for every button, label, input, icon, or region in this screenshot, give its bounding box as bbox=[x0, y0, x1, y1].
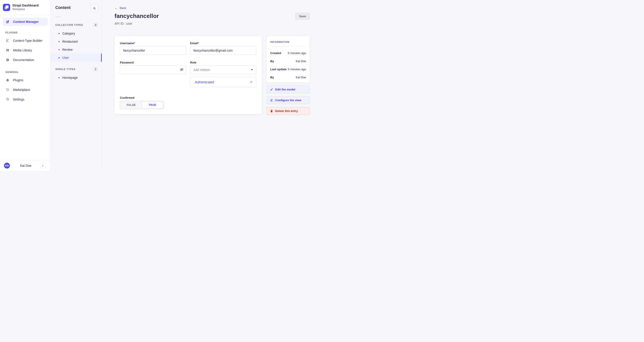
strapi-logo-icon bbox=[3, 4, 10, 11]
list-lines-icon bbox=[270, 99, 273, 102]
content-subnav: Content COLLECTION TYPES 4 Category Rest… bbox=[50, 0, 102, 171]
sidebar-item-label: Content-Type Builder bbox=[13, 39, 42, 42]
confirmed-true-option[interactable]: TRUE bbox=[142, 102, 163, 108]
sidebar-item-plugins[interactable]: Plugins bbox=[0, 75, 50, 85]
password-label: Password bbox=[120, 61, 186, 64]
sidebar-item-content-type-builder[interactable]: Content-Type Builder bbox=[0, 36, 50, 45]
configure-the-view-button[interactable]: Configure the view bbox=[267, 96, 310, 104]
subnav-item-user[interactable]: User bbox=[50, 54, 102, 62]
main-content: ← Back fancychancellor Save API ID : use… bbox=[102, 0, 322, 171]
email-label: Email* bbox=[190, 42, 256, 45]
required-asterisk: * bbox=[134, 42, 135, 45]
password-input[interactable] bbox=[120, 66, 186, 74]
info-row-created: Created 5 minutes ago bbox=[270, 51, 306, 55]
required-asterisk: * bbox=[198, 42, 199, 45]
sidebar-item-marketplace[interactable]: Marketplace bbox=[0, 85, 50, 94]
chevron-down-icon bbox=[251, 69, 253, 70]
authenticated-relation-link[interactable]: Authenticated bbox=[195, 80, 214, 84]
workspace-name: Workplace bbox=[12, 8, 38, 11]
subnav-title: Content bbox=[55, 6, 70, 10]
email-input[interactable] bbox=[190, 46, 256, 55]
api-id-subtitle: API ID : user bbox=[114, 22, 310, 25]
user-avatar: KD bbox=[4, 163, 10, 168]
subnav-item-review[interactable]: Review bbox=[50, 46, 102, 54]
sidebar-item-media-library[interactable]: Media Library bbox=[0, 45, 50, 55]
gear-icon: ⚙ bbox=[6, 97, 10, 102]
information-title: INFORMATION bbox=[270, 41, 306, 43]
info-circle-icon bbox=[6, 58, 10, 62]
image-icon bbox=[6, 48, 10, 53]
single-types-list: Homepage bbox=[50, 74, 102, 82]
collapse-sidebar-button[interactable] bbox=[40, 162, 45, 169]
delete-this-entry-button[interactable]: Delete this entry bbox=[267, 107, 310, 115]
sidebar-item-content-manager[interactable]: Content Manager bbox=[3, 18, 48, 26]
bullet-icon bbox=[58, 33, 60, 34]
main-sidebar: Strapi Dashboard Workplace Content Manag… bbox=[0, 0, 50, 171]
shopping-cart-icon bbox=[6, 88, 10, 92]
puzzle-icon bbox=[6, 78, 10, 82]
confirmed-toggle: FALSE TRUE bbox=[120, 101, 164, 109]
right-rail: INFORMATION Created 5 minutes ago By Kai… bbox=[267, 36, 310, 115]
sidebar-item-label: Plugins bbox=[13, 78, 23, 82]
username-input[interactable] bbox=[120, 46, 186, 55]
information-card: INFORMATION Created 5 minutes ago By Kai… bbox=[267, 36, 310, 83]
eye-off-icon[interactable] bbox=[180, 68, 184, 72]
sidebar-item-settings[interactable]: ⚙ Settings bbox=[0, 94, 50, 104]
sidebar-footer: KD Kai Doe bbox=[0, 160, 50, 171]
role-label: Role bbox=[190, 61, 256, 64]
nav-section-general: GENERAL bbox=[0, 71, 50, 73]
subnav-item-category[interactable]: Category bbox=[50, 29, 102, 38]
sidebar-item-label: Marketplace bbox=[13, 88, 30, 92]
role-select[interactable]: Add relation bbox=[190, 66, 256, 74]
role-relation-item: Authenticated bbox=[190, 77, 256, 87]
sidebar-item-label: Documentation bbox=[13, 58, 34, 62]
sidebar-item-label: Settings bbox=[13, 98, 24, 101]
arrow-left-icon: ← bbox=[114, 6, 118, 10]
bullet-icon bbox=[58, 41, 60, 42]
info-row-created-by: By Kai Doe bbox=[270, 60, 306, 63]
single-types-header: SINGLE TYPES 1 bbox=[50, 67, 102, 71]
subnav-divider bbox=[55, 17, 61, 17]
sidebar-item-documentation[interactable]: Documentation bbox=[0, 55, 50, 65]
pencil-icon bbox=[270, 88, 273, 91]
strapi-dashboard-page: Strapi Dashboard Workplace Content Manag… bbox=[0, 0, 322, 171]
nav-section-plugins: PLUGINS bbox=[0, 31, 50, 34]
edit-the-model-button[interactable]: Edit the model bbox=[267, 86, 310, 93]
subnav-item-homepage[interactable]: Homepage bbox=[50, 74, 102, 82]
user-name: Kai Doe bbox=[20, 164, 31, 167]
sidebar-item-label: Media Library bbox=[13, 49, 32, 52]
bullet-icon bbox=[58, 49, 60, 50]
layout-grid-icon bbox=[6, 38, 10, 43]
save-button[interactable]: Save bbox=[295, 13, 310, 20]
app-title: Strapi Dashboard bbox=[12, 4, 38, 8]
collection-types-header: COLLECTION TYPES 4 bbox=[50, 23, 102, 27]
workspace-brand[interactable]: Strapi Dashboard Workplace bbox=[0, 0, 50, 15]
username-label: Username* bbox=[120, 42, 186, 45]
page-title: fancychancellor bbox=[114, 13, 159, 19]
info-row-updated-by: By Kai Doe bbox=[270, 76, 306, 79]
remove-relation-icon[interactable] bbox=[250, 80, 253, 84]
bullet-icon bbox=[58, 77, 60, 78]
feather-pen-icon bbox=[6, 20, 10, 24]
collection-types-count-badge: 4 bbox=[94, 23, 98, 27]
info-row-last-update: Last update 5 minutes ago bbox=[270, 68, 306, 71]
single-types-count-badge: 1 bbox=[94, 67, 98, 71]
trash-icon bbox=[270, 109, 273, 113]
search-button[interactable] bbox=[91, 5, 98, 12]
back-link[interactable]: ← Back bbox=[114, 6, 126, 10]
confirmed-false-option[interactable]: FALSE bbox=[121, 102, 142, 108]
sidebar-item-label: Content Manager bbox=[13, 20, 38, 24]
collection-types-list: Category Restaurant Review User bbox=[50, 29, 102, 62]
bullet-icon bbox=[58, 57, 60, 58]
entry-form-card: Username* Email* Password bbox=[114, 36, 262, 114]
confirmed-label: Confirmed bbox=[120, 96, 256, 99]
subnav-item-restaurant[interactable]: Restaurant bbox=[50, 38, 102, 46]
